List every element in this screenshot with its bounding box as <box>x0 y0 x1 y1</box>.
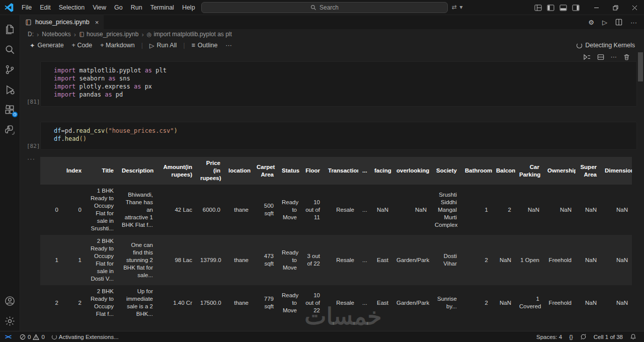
more-actions-icon[interactable]: ··· <box>630 19 637 26</box>
cell-options-ellipsis[interactable]: ··· <box>27 155 35 162</box>
menu-go[interactable]: Go <box>110 2 127 13</box>
table-cell: NaN <box>370 185 392 235</box>
table-cell: 2 <box>40 285 62 320</box>
menu-help[interactable]: Help <box>178 2 199 13</box>
menu-run[interactable]: Run <box>127 2 146 13</box>
code-cell[interactable]: df=pd.read_csv("house_prices.csv")df.hea… <box>40 122 637 150</box>
menu-edit[interactable]: Edit <box>36 2 55 13</box>
tab-house-prices[interactable]: house_prices.ipynb × <box>20 15 104 29</box>
problems-indicator[interactable]: 0 0 <box>16 331 48 342</box>
code-cell[interactable]: import matplotlib.pyplot as pltimport se… <box>40 61 637 107</box>
table-cell: NaN <box>601 285 632 320</box>
table-cell: thane <box>224 185 253 235</box>
toggle-secondary-sidebar-icon[interactable] <box>572 5 580 11</box>
column-header: Amount(in rupees) <box>157 157 196 185</box>
activity-bar <box>0 15 20 331</box>
activating-extensions[interactable]: Activating Extensions... <box>48 331 122 342</box>
toggle-panel-icon[interactable] <box>559 5 567 11</box>
table-cell: 1 BHK Ready to Occupy Flat for sale in S… <box>86 185 118 235</box>
restore-button[interactable] <box>606 0 625 15</box>
toolbar-more-icon[interactable]: ··· <box>222 41 235 50</box>
split-editor-icon[interactable] <box>615 19 622 26</box>
generate-button[interactable]: ✦Generate <box>26 41 67 50</box>
layout-controls <box>534 5 580 11</box>
notebook-settings-icon[interactable]: ⚙ <box>588 19 594 26</box>
table-cell: 13799.0 <box>196 235 224 285</box>
indent-indicator[interactable]: Spaces: 4 <box>533 334 566 340</box>
table-cell: 3 out of 22 <box>301 235 324 285</box>
split-cell-icon[interactable] <box>597 54 604 60</box>
run-debug-icon[interactable] <box>0 79 20 100</box>
account-icon[interactable] <box>0 291 20 311</box>
breadcrumb-file[interactable]: house_prices.ipynb <box>87 31 138 38</box>
table-cell: ... <box>358 185 370 235</box>
jupyter-indicator[interactable] <box>577 333 590 340</box>
table-cell: NaN <box>601 235 632 285</box>
search-icon <box>310 5 316 11</box>
menu-selection[interactable]: Selection <box>55 2 89 13</box>
execute-cells-icon[interactable] <box>583 54 591 60</box>
code-line[interactable]: df=pd.read_csv("house_prices.csv") <box>54 127 636 135</box>
command-center-search[interactable]: Search <box>201 2 448 13</box>
language-indicator[interactable]: {} <box>566 334 577 340</box>
explorer-icon[interactable] <box>0 19 20 39</box>
table-cell: NaN <box>515 185 543 235</box>
table-cell: Resale <box>324 185 358 235</box>
tab-label: house_prices.ipynb <box>35 19 90 26</box>
column-header: Transaction <box>324 157 358 185</box>
run-notebook-icon[interactable]: ▷ <box>602 19 607 26</box>
breadcrumb-symbol[interactable]: import matplotlib.pyplot as plt <box>153 31 231 38</box>
kernel-status[interactable]: Detecting Kernels <box>577 42 635 49</box>
code-line[interactable]: df.head() <box>54 135 636 143</box>
notifications-bell[interactable] <box>626 333 640 340</box>
code-line[interactable]: import matplotlib.pyplot as plt <box>54 66 636 74</box>
scrollbar-thumb[interactable] <box>638 52 643 81</box>
minimize-button[interactable] <box>587 0 606 15</box>
code-line[interactable]: import pandas as pd <box>54 91 636 99</box>
cell-more-icon[interactable]: ··· <box>611 53 617 60</box>
table-row: 001 BHK Ready to Occupy Flat for sale in… <box>40 185 632 235</box>
toggle-sidebar-icon[interactable] <box>547 5 554 11</box>
code-line[interactable]: import seaborn as sns <box>54 74 636 82</box>
delete-cell-icon[interactable] <box>623 54 630 60</box>
table-cell: 10 out of 11 <box>301 185 324 235</box>
session-restore-icon[interactable]: ⇄ ▾ <box>452 4 463 11</box>
python-icon[interactable] <box>0 120 20 140</box>
add-code-button[interactable]: + Code <box>68 41 96 50</box>
run-all-button[interactable]: ▷Run All <box>146 41 180 50</box>
breadcrumb-folder[interactable]: Notebooks <box>42 31 70 38</box>
table-cell: 2 BHK Ready to Occupy Flat f... <box>86 285 118 320</box>
table-cell: NaN <box>576 235 601 285</box>
outline-button[interactable]: ≡Outline <box>188 41 221 50</box>
code-line[interactable]: import plotly.express as px <box>54 82 636 91</box>
status-bar: >< 0 0 Activating Extensions... Spaces: … <box>0 331 644 342</box>
column-header: Title <box>86 157 118 185</box>
chevron-right-icon: › <box>36 31 40 38</box>
table-cell: 6000.0 <box>196 185 224 235</box>
manage-gear-icon[interactable] <box>0 311 20 331</box>
table-header-row: IndexTitleDescriptionAmount(in rupees)Pr… <box>40 157 632 185</box>
cell-indicator[interactable]: Cell 1 of 38 <box>590 334 626 340</box>
extensions-progress-badge <box>12 112 18 117</box>
table-cell: NaN <box>543 185 576 235</box>
column-header: Index <box>62 157 86 185</box>
editor-scrollbar[interactable] <box>637 51 644 331</box>
source-control-icon[interactable] <box>0 59 20 79</box>
add-markdown-button[interactable]: + Markdown <box>97 41 138 50</box>
menu-terminal[interactable]: Terminal <box>146 2 178 13</box>
menu-file[interactable]: File <box>18 2 36 13</box>
close-button[interactable] <box>625 0 644 15</box>
customize-layout-icon[interactable] <box>534 5 542 11</box>
breadcrumb-drive[interactable]: D: <box>28 31 34 38</box>
search-sidebar-icon[interactable] <box>0 39 20 59</box>
watermark: خمسات <box>278 303 409 330</box>
extensions-icon[interactable] <box>0 100 20 120</box>
tab-close-icon[interactable]: × <box>95 19 99 26</box>
kernel-spinner-icon <box>577 43 582 48</box>
execution-count: [81] <box>27 99 40 105</box>
table-cell: 2 <box>461 285 492 320</box>
menu-view[interactable]: View <box>89 2 110 13</box>
remote-indicator[interactable]: >< <box>0 333 16 340</box>
code-lines: df=pd.read_csv("house_prices.csv")df.hea… <box>54 127 636 143</box>
table-cell: 1 <box>62 235 86 285</box>
